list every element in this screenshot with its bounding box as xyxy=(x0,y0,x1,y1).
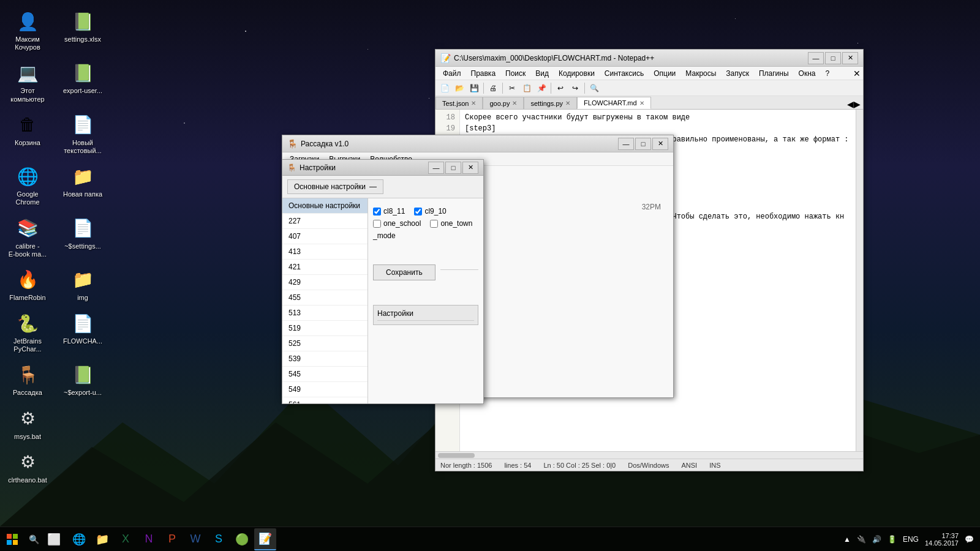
menu-plugins[interactable]: Плагины xyxy=(754,67,794,80)
menu-options[interactable]: Опции xyxy=(649,67,680,80)
language-indicator[interactable]: ENG xyxy=(903,535,919,544)
settings-item-525[interactable]: 525 xyxy=(282,336,368,351)
taskbar-onenote[interactable]: N xyxy=(138,528,160,550)
menu-run[interactable]: Запуск xyxy=(721,67,754,80)
toolbar-undo[interactable]: ↩ xyxy=(554,81,567,95)
taskbar-chrome[interactable]: 🌐 xyxy=(68,528,90,550)
rassadka-minimize-btn[interactable]: — xyxy=(618,138,634,150)
toolbar-save[interactable]: 💾 xyxy=(467,81,481,95)
toolbar-new[interactable]: 📄 xyxy=(438,81,451,95)
notepad-hscrollbar[interactable] xyxy=(435,451,863,459)
menu-macros[interactable]: Макросы xyxy=(680,67,721,80)
desktop-icon-calibre[interactable]: 📚 calibre -E-book ma... xyxy=(3,213,52,261)
tab-scroll-right[interactable]: ▶ xyxy=(854,99,861,109)
save-button[interactable]: Сохранить xyxy=(373,264,435,280)
tray-expand[interactable]: ▲ xyxy=(843,535,851,544)
taskbar-powerpoint[interactable]: P xyxy=(161,528,183,550)
checkbox-cl8-11-input[interactable] xyxy=(373,208,381,216)
tab-settings-py-close[interactable]: ✕ xyxy=(565,100,570,107)
settings-item-519[interactable]: 519 xyxy=(282,321,368,336)
checkbox-one-town-input[interactable] xyxy=(430,220,438,228)
rassadka-titlebar[interactable]: 🪑 Рассадка v1.0 — □ ✕ xyxy=(282,135,673,152)
settings-item-561[interactable]: 561 xyxy=(282,397,368,403)
taskbar-clock[interactable]: 17:37 14.05.2017 xyxy=(925,532,959,547)
menu-syntax[interactable]: Синтаксись xyxy=(600,67,649,80)
rassadka-close-btn[interactable]: ✕ xyxy=(652,138,668,150)
notepad-maximize-btn[interactable]: □ xyxy=(825,52,841,64)
desktop-icon-jetbrains[interactable]: 🐍 JetBrainsPyChar... xyxy=(3,308,52,356)
desktop-icon-export[interactable]: 📗 export-user... xyxy=(58,58,107,106)
menu-windows[interactable]: Окна xyxy=(794,67,821,80)
desktop-icon-clrtheano[interactable]: ⚙ clrtheano.bat xyxy=(3,447,52,487)
taskbar-explorer[interactable]: 📁 xyxy=(91,528,113,550)
menu-view[interactable]: Вид xyxy=(530,67,554,80)
taskbar-excel[interactable]: X xyxy=(115,528,137,550)
checkbox-cl9-10-input[interactable] xyxy=(414,208,422,216)
tab-scroll-left[interactable]: ◀ xyxy=(847,99,854,109)
settings-item-455[interactable]: 455 xyxy=(282,290,368,305)
settings-item-413[interactable]: 413 xyxy=(282,244,368,260)
tab-settings-py[interactable]: settings.py ✕ xyxy=(524,97,577,109)
tray-volume[interactable]: 🔊 xyxy=(872,535,881,544)
tab-test-json[interactable]: Test.json ✕ xyxy=(435,97,483,109)
start-button[interactable] xyxy=(0,527,24,552)
notepad-titlebar[interactable]: 📝 C:\Users\maxim_000\Desktop\FLOWCHART.m… xyxy=(435,50,863,67)
tab-flowchart-md-close[interactable]: ✕ xyxy=(639,100,644,107)
tray-battery[interactable]: 🔋 xyxy=(888,535,897,544)
desktop-icon-maxim[interactable]: 👤 Максим Кочуров xyxy=(3,6,52,54)
settings-bottom-label[interactable]: Настройки xyxy=(373,305,478,325)
desktop-icon-sexport[interactable]: 📗 ~$export-u... xyxy=(58,359,107,400)
settings-item-429[interactable]: 429 xyxy=(282,275,368,290)
settings-item-549[interactable]: 549 xyxy=(282,382,368,397)
settings-maximize-btn[interactable]: □ xyxy=(445,162,461,174)
desktop-icon-msys[interactable]: ⚙ msys.bat xyxy=(3,403,52,444)
settings-item-407[interactable]: 407 xyxy=(282,229,368,244)
settings-item-421[interactable]: 421 xyxy=(282,260,368,275)
tab-flowchart-md[interactable]: FLOWCHART.md ✕ xyxy=(577,97,651,109)
toolbar-print[interactable]: 🖨 xyxy=(486,81,500,95)
settings-item-545[interactable]: 545 xyxy=(282,367,368,382)
search-button[interactable]: 🔍 xyxy=(24,527,43,552)
toolbar-redo[interactable]: ↪ xyxy=(568,81,582,95)
toolbar-copy[interactable]: 📋 xyxy=(520,81,533,95)
settings-item-513[interactable]: 513 xyxy=(282,305,368,321)
desktop-icon-folder[interactable]: 📁 Новая папка xyxy=(58,161,107,209)
hscroll-thumb[interactable] xyxy=(438,453,475,458)
tray-network[interactable]: 🔌 xyxy=(857,535,866,544)
desktop-icon-settings-xlsx[interactable]: 📗 settings.xlsx xyxy=(58,6,107,54)
menu-close-x[interactable]: ✕ xyxy=(853,69,861,78)
toolbar-open[interactable]: 📂 xyxy=(453,81,466,95)
settings-minimize-btn[interactable]: — xyxy=(428,162,444,174)
menu-file[interactable]: Файл xyxy=(438,67,466,80)
rassadka-maximize-btn[interactable]: □ xyxy=(635,138,651,150)
settings-item-227[interactable]: 227 xyxy=(282,214,368,229)
menu-encoding[interactable]: Кодировки xyxy=(554,67,600,80)
taskbar-word[interactable]: W xyxy=(184,528,206,550)
settings-main-tab[interactable]: Основные настройки — xyxy=(287,179,383,194)
settings-dialog-titlebar[interactable]: 🪑 Настройки — □ ✕ xyxy=(282,160,483,176)
taskbar-app1[interactable]: 🟢 xyxy=(231,528,253,550)
desktop-icon-rassadka[interactable]: 🪑 Рассадка xyxy=(3,359,52,400)
menu-help[interactable]: ? xyxy=(820,67,834,80)
task-view-button[interactable]: ⬜ xyxy=(43,528,65,550)
desktop-icon-ssettings[interactable]: 📄 ~$settings... xyxy=(58,213,107,261)
desktop-icon-chrome[interactable]: 🌐 GoogleChrome xyxy=(3,161,52,209)
taskbar-notepad-running[interactable]: 📝 xyxy=(254,528,276,550)
checkbox-one-school-input[interactable] xyxy=(373,220,381,228)
desktop-icon-flowchart[interactable]: 📄 FLOWCHA... xyxy=(58,308,107,356)
toolbar-find[interactable]: 🔍 xyxy=(587,81,601,95)
taskbar-skype[interactable]: S xyxy=(208,528,230,550)
tab-goo-py[interactable]: goo.py ✕ xyxy=(483,97,524,109)
menu-edit[interactable]: Правка xyxy=(466,67,501,80)
notification-icon[interactable]: 💬 xyxy=(965,535,974,544)
desktop-icon-computer[interactable]: 💻 Этоткомпьютер xyxy=(3,58,52,106)
desktop-icon-flamerobin[interactable]: 🔥 FlameRobin xyxy=(3,264,52,305)
notepad-scrollbar[interactable] xyxy=(856,110,863,451)
notepad-close-btn[interactable]: ✕ xyxy=(842,52,858,64)
tab-goo-py-close[interactable]: ✕ xyxy=(512,100,517,107)
desktop-icon-trash[interactable]: 🗑 Корзина xyxy=(3,110,52,158)
settings-item-539[interactable]: 539 xyxy=(282,351,368,367)
settings-close-btn[interactable]: ✕ xyxy=(462,162,478,174)
desktop-icon-new-text[interactable]: 📄 Новыйтекстовый... xyxy=(58,110,107,158)
toolbar-cut[interactable]: ✂ xyxy=(505,81,519,95)
